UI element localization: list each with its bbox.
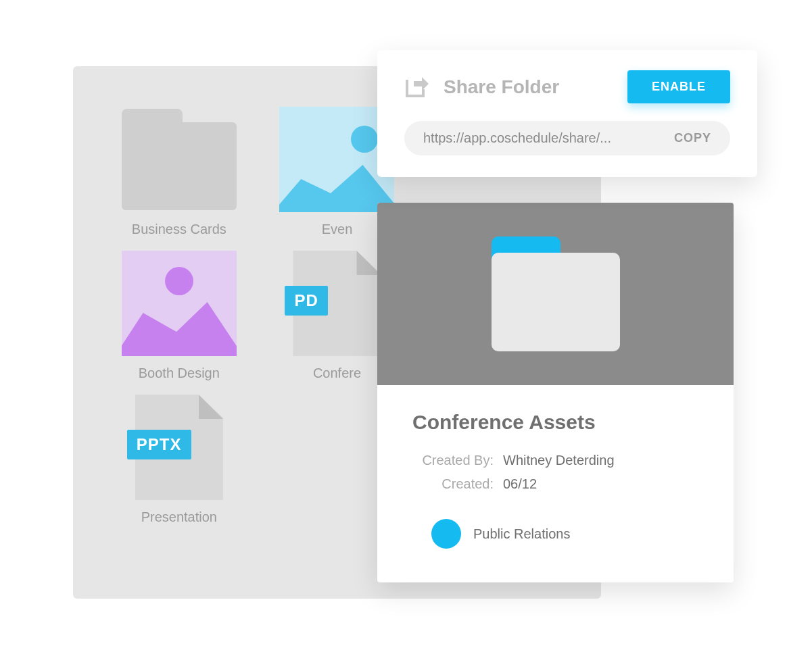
meta-value: 06/12 [503,476,537,492]
file-badge: PPTX [127,430,191,459]
asset-item[interactable]: Booth Design [114,251,245,381]
folder-icon [492,236,620,351]
asset-label: Presentation [141,509,217,525]
tag-color-dot [431,519,461,549]
meta-label: Created: [412,476,494,492]
meta-value: Whitney Deterding [503,453,615,468]
details-hero [377,203,734,385]
meta-created: Created: 06/12 [412,476,698,492]
tag-name: Public Relations [473,526,570,542]
image-icon [122,251,237,356]
asset-label: Business Cards [132,222,226,237]
pptx-icon: PPTX [122,395,237,500]
copy-button[interactable]: COPY [674,131,711,145]
share-icon [404,76,429,99]
share-url-text: https://app.coschedule/share/... [423,130,666,146]
meta-label: Created By: [412,453,494,468]
enable-button[interactable]: ENABLE [627,70,730,103]
asset-label: Even [322,222,353,237]
asset-label: Confere [313,366,361,381]
asset-item[interactable]: Business Cards [114,107,245,237]
file-badge: PD [285,286,327,316]
folder-tag[interactable]: Public Relations [412,519,698,549]
folder-details-card: Conference Assets Created By: Whitney De… [377,203,734,582]
meta-created-by: Created By: Whitney Deterding [412,453,698,468]
asset-label: Booth Design [139,366,220,381]
asset-item[interactable]: PPTX Presentation [114,395,245,525]
share-url-field[interactable]: https://app.coschedule/share/... COPY [404,121,730,155]
folder-icon [122,107,237,212]
share-title: Share Folder [444,76,613,98]
folder-title: Conference Assets [412,411,698,434]
share-popover: Share Folder ENABLE https://app.coschedu… [377,50,757,177]
